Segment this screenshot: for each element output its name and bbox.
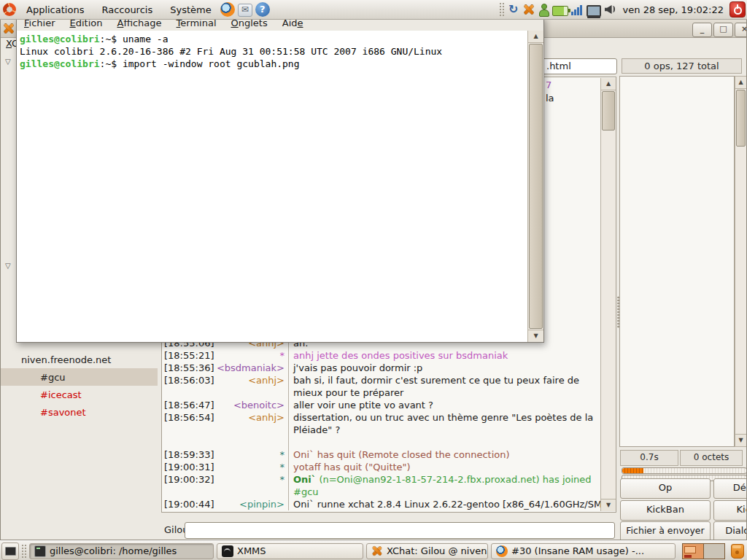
scroll-down-icon[interactable] bbox=[601, 499, 616, 511]
applet-drag-handle[interactable] bbox=[499, 2, 504, 17]
send-file-button[interactable]: Fichier à envoyer bbox=[620, 521, 711, 540]
user-list-item[interactable] bbox=[620, 113, 734, 131]
message-timestamp bbox=[162, 486, 212, 498]
close-button[interactable] bbox=[735, 23, 747, 37]
xchat-menu[interactable]: XChat bbox=[6, 38, 17, 49]
task-button[interactable]: gilles@colibri: /home/gilles bbox=[29, 543, 214, 559]
message-timestamp: [18:55:36] bbox=[162, 362, 212, 374]
user-list-item[interactable] bbox=[620, 204, 734, 222]
terminal-scrollbar-thumb[interactable] bbox=[529, 44, 543, 329]
user-list-item[interactable] bbox=[620, 314, 734, 332]
terminal-scrollbar[interactable] bbox=[527, 31, 543, 342]
message-timestamp: [19:00:44] bbox=[162, 498, 212, 510]
applications-menu[interactable]: Applications bbox=[18, 0, 93, 19]
message-row: [19:00:31] * yotaff has quit ("Quitte") bbox=[162, 461, 601, 473]
clock[interactable]: ven 28 sep, 19:02:22 bbox=[620, 4, 727, 15]
firefox-launcher-icon[interactable] bbox=[220, 2, 235, 17]
trash-icon[interactable] bbox=[731, 544, 744, 559]
workspace-1[interactable] bbox=[683, 544, 703, 559]
user-list-item[interactable] bbox=[620, 77, 734, 95]
message-nick bbox=[212, 386, 289, 399]
user-list-item[interactable] bbox=[620, 186, 734, 204]
battery-icon[interactable] bbox=[552, 6, 568, 16]
tree-row[interactable]: #gcu bbox=[1, 368, 158, 386]
scroll-down-icon[interactable] bbox=[528, 330, 543, 342]
user-list-item[interactable] bbox=[620, 386, 734, 405]
volume-icon[interactable] bbox=[604, 4, 617, 15]
user-list-item[interactable] bbox=[620, 95, 734, 113]
minimize-button[interactable] bbox=[692, 23, 712, 37]
message-list: [18:55:06] <anhj> ah. [18:55:21] * anhj … bbox=[162, 337, 601, 510]
user-list-item[interactable] bbox=[620, 131, 734, 149]
user-list-item[interactable] bbox=[620, 405, 734, 423]
chat-input[interactable] bbox=[185, 522, 615, 539]
user-list-item[interactable] bbox=[620, 241, 734, 259]
desktop-icon bbox=[5, 547, 16, 556]
terminal-content[interactable]: gilles@colibri:~$ uname -aLinux colibri … bbox=[17, 31, 527, 342]
scroll-down-icon[interactable] bbox=[735, 434, 746, 446]
dialog-button[interactable]: Dialogue bbox=[713, 521, 747, 540]
user-list-item[interactable] bbox=[620, 277, 734, 295]
user-list-item[interactable] bbox=[620, 368, 734, 386]
show-desktop-button[interactable] bbox=[1, 542, 19, 560]
maximize-button[interactable] bbox=[713, 23, 733, 37]
task-button[interactable]: #30 (Insane RAM usage) -... bbox=[491, 543, 676, 559]
network-signal-icon[interactable] bbox=[571, 4, 584, 15]
deop-button[interactable]: DéOp bbox=[713, 478, 747, 499]
message-row: [18:56:47] <benoitc> aller voir une ptit… bbox=[162, 399, 601, 411]
message-nick: * bbox=[212, 448, 289, 461]
kickban-button[interactable]: KickBan bbox=[620, 500, 711, 521]
help-launcher-icon[interactable] bbox=[255, 2, 270, 17]
tasklist-drag-handle[interactable] bbox=[21, 544, 26, 559]
task-button[interactable]: XMMS bbox=[217, 543, 363, 559]
tree-expander-icon[interactable] bbox=[5, 58, 11, 66]
message-text: Pléiade" ? bbox=[289, 424, 601, 436]
user-list-item[interactable] bbox=[620, 423, 734, 441]
scroll-up-icon[interactable] bbox=[528, 31, 543, 43]
task-label: XChat: Gilou @ niven.freeno... bbox=[387, 545, 488, 556]
display-icon[interactable] bbox=[587, 5, 601, 17]
user-list-item[interactable] bbox=[620, 149, 734, 168]
power-button-icon[interactable] bbox=[729, 1, 746, 18]
op-button[interactable]: Op bbox=[620, 478, 711, 499]
message-text: aller voir une ptite vo avant ? bbox=[289, 399, 601, 411]
task-icon bbox=[371, 545, 383, 557]
task-icon bbox=[34, 545, 46, 557]
user-list-item[interactable] bbox=[620, 332, 734, 350]
user-list-item[interactable] bbox=[620, 295, 734, 314]
message-text: j'vais pas pouvoir dormir :p bbox=[289, 362, 601, 374]
tree-row[interactable]: niven.freenode.net bbox=[1, 351, 158, 368]
chat-scrollbar-thumb[interactable] bbox=[602, 91, 615, 131]
message-timestamp: [18:55:21] bbox=[162, 349, 212, 362]
ubuntu-logo-icon[interactable] bbox=[3, 3, 16, 16]
workspace-2[interactable] bbox=[703, 544, 724, 559]
update-notifier-icon[interactable] bbox=[507, 2, 520, 17]
scroll-up-icon[interactable] bbox=[601, 78, 616, 90]
tree-row[interactable]: #savonet bbox=[1, 403, 158, 421]
message-row: [18:56:54] <anhj> dissertation, ou un tr… bbox=[162, 411, 601, 424]
user-switcher-icon[interactable] bbox=[538, 3, 549, 16]
user-list-item[interactable] bbox=[620, 259, 734, 277]
user-list-item[interactable] bbox=[620, 350, 734, 368]
message-text: mieux pour te préparer bbox=[289, 386, 601, 399]
system-menu[interactable]: Système bbox=[161, 0, 220, 19]
places-menu[interactable]: Raccourcis bbox=[93, 0, 161, 19]
user-list-item[interactable] bbox=[620, 222, 734, 241]
task-button[interactable]: XChat: Gilou @ niven.freeno... bbox=[366, 543, 488, 559]
task-label: XMMS bbox=[237, 545, 266, 556]
userlist-scrollbar-thumb[interactable] bbox=[736, 90, 746, 147]
message-timestamp bbox=[162, 424, 212, 436]
chat-scrollbar[interactable] bbox=[600, 78, 616, 511]
mail-launcher-icon[interactable] bbox=[238, 4, 252, 17]
message-row: #gcu bbox=[162, 486, 601, 498]
message-row: [18:59:33] * Oni` has quit (Remote close… bbox=[162, 448, 601, 461]
desktop: { "icons": { "triangle_down": "▽", "scro… bbox=[0, 0, 747, 560]
tree-expander-icon[interactable] bbox=[5, 262, 11, 270]
xchat-tray-icon[interactable] bbox=[523, 4, 535, 15]
userlist-scrollbar[interactable] bbox=[735, 76, 747, 447]
user-list-item[interactable] bbox=[620, 168, 734, 186]
scroll-up-icon[interactable] bbox=[735, 77, 746, 89]
kick-button[interactable]: Kick bbox=[713, 500, 747, 521]
tree-row[interactable]: #icecast bbox=[1, 386, 158, 403]
workspace-switcher bbox=[682, 543, 725, 559]
